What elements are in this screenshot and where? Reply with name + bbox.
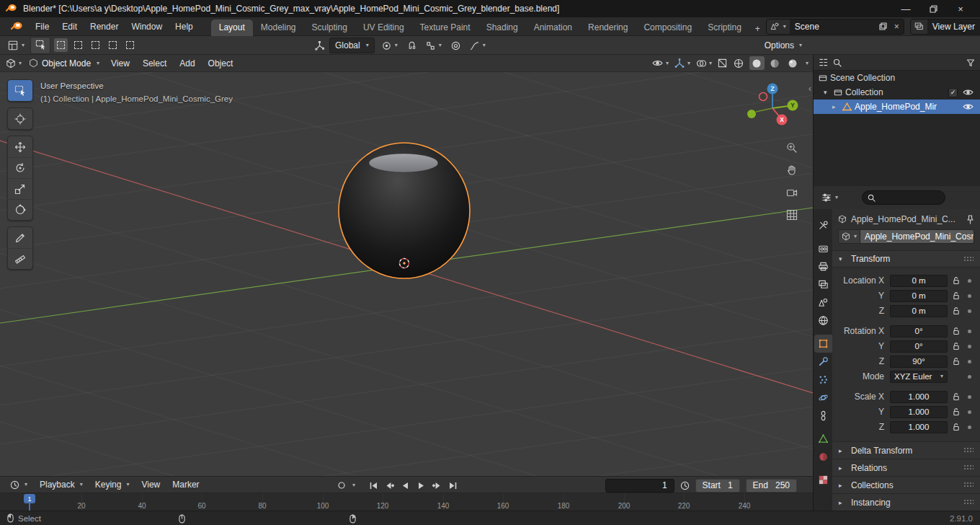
tab-object[interactable] bbox=[814, 335, 832, 353]
add-workspace-button[interactable]: + bbox=[749, 22, 766, 36]
pan-control[interactable] bbox=[785, 163, 799, 177]
shading-solid-button[interactable] bbox=[749, 56, 765, 70]
select-mode-extend-button[interactable] bbox=[71, 38, 85, 52]
snap-toggle-button[interactable] bbox=[405, 40, 419, 52]
animate-decorator[interactable] bbox=[968, 279, 971, 283]
view-layer-name[interactable]: View Layer bbox=[927, 22, 980, 32]
select-mode-set-button[interactable] bbox=[54, 38, 68, 52]
animate-decorator[interactable] bbox=[968, 360, 971, 363]
tool-scale[interactable] bbox=[8, 178, 32, 199]
panel-grip-handle[interactable] bbox=[963, 482, 974, 488]
snap-target-dropdown[interactable]: ▾ bbox=[424, 40, 444, 52]
lock-button[interactable] bbox=[952, 407, 961, 416]
rotation-mode-dropdown[interactable]: XYZ Euler ▾ bbox=[890, 371, 948, 383]
rotation-y-field[interactable]: 0° bbox=[890, 340, 948, 353]
playhead[interactable]: 1 bbox=[24, 494, 35, 503]
lock-button[interactable] bbox=[952, 327, 961, 335]
animate-decorator[interactable] bbox=[968, 375, 971, 379]
menu-file[interactable]: File bbox=[29, 19, 55, 34]
viewport-canvas[interactable]: User Perspective (1) Collection | Apple_… bbox=[0, 72, 813, 476]
shading-rendered-button[interactable] bbox=[785, 56, 801, 70]
properties-editor-type-button[interactable]: ▾ bbox=[819, 191, 840, 204]
shading-material-button[interactable] bbox=[767, 56, 783, 70]
start-frame-field[interactable]: Start 1 bbox=[695, 479, 740, 493]
section-instancing[interactable]: ▸ Instancing bbox=[832, 493, 980, 511]
panel-grip-handle[interactable] bbox=[963, 256, 974, 262]
panel-grip-handle[interactable] bbox=[963, 447, 974, 454]
next-keyframe-button[interactable] bbox=[430, 479, 444, 493]
rotation-z-field[interactable]: 90° bbox=[890, 356, 948, 368]
tool-measure[interactable] bbox=[8, 248, 32, 269]
object-id-browse-button[interactable]: ▾ bbox=[838, 229, 860, 244]
lock-button[interactable] bbox=[952, 423, 961, 431]
collection-checkbox[interactable]: ✓ bbox=[948, 88, 958, 97]
playback-menu[interactable]: Playback ▾ bbox=[34, 477, 89, 492]
menu-help[interactable]: Help bbox=[169, 19, 200, 34]
navigation-gizmo[interactable]: Z Y X bbox=[747, 82, 798, 134]
pivot-point-dropdown[interactable]: ▾ bbox=[380, 40, 400, 52]
mode-dropdown[interactable]: Object Mode ▾ bbox=[24, 57, 104, 70]
gizmo-minus-x-axis[interactable] bbox=[760, 93, 767, 101]
tab-rendering[interactable]: Rendering bbox=[580, 19, 636, 36]
tool-move[interactable] bbox=[8, 136, 32, 157]
proportional-editing-button[interactable] bbox=[449, 40, 463, 52]
collapse-arrow-icon[interactable]: ▾ bbox=[824, 89, 831, 96]
lock-button[interactable] bbox=[952, 306, 961, 315]
active-tool-button[interactable] bbox=[30, 37, 50, 54]
tab-uv-editing[interactable]: UV Editing bbox=[355, 19, 412, 36]
outliner-row-object[interactable]: ▸ Apple_HomePod_Mir bbox=[814, 100, 980, 114]
menu-add[interactable]: Add bbox=[174, 56, 200, 71]
select-mode-invert-button[interactable] bbox=[106, 38, 120, 52]
tab-particles[interactable] bbox=[814, 371, 832, 389]
location-x-field[interactable]: 0 m bbox=[890, 275, 948, 287]
tab-tool[interactable] bbox=[814, 216, 832, 234]
close-button[interactable]: × bbox=[947, 0, 974, 17]
tool-cursor[interactable] bbox=[8, 108, 32, 129]
animate-decorator[interactable] bbox=[968, 309, 971, 313]
transform-panel-header[interactable]: ▾ Transform bbox=[832, 250, 980, 268]
tab-layout[interactable]: Layout bbox=[211, 19, 253, 36]
tab-compositing[interactable]: Compositing bbox=[636, 19, 700, 36]
tab-scene[interactable] bbox=[814, 294, 832, 312]
outliner-filter-button[interactable] bbox=[966, 58, 975, 67]
perspective-toggle-control[interactable] bbox=[785, 208, 799, 222]
properties-search-input[interactable] bbox=[862, 190, 945, 205]
tab-material[interactable] bbox=[814, 448, 832, 466]
xray-toggle-button[interactable] bbox=[716, 57, 729, 69]
scene-unlink-button[interactable]: × bbox=[890, 22, 904, 32]
options-dropdown[interactable]: Options ▾ bbox=[765, 36, 802, 55]
menu-render[interactable]: Render bbox=[84, 19, 125, 34]
auto-keying-button[interactable] bbox=[334, 479, 348, 493]
transform-orientation-dropdown[interactable]: Global ▾ bbox=[329, 38, 375, 53]
select-mode-intersect-button[interactable] bbox=[123, 38, 137, 52]
tool-transform[interactable] bbox=[8, 199, 32, 220]
tab-render[interactable] bbox=[814, 239, 832, 257]
outliner-row-collection[interactable]: ▾ Collection ✓ bbox=[814, 85, 980, 100]
marker-menu[interactable]: Marker bbox=[166, 477, 205, 492]
play-button[interactable] bbox=[414, 479, 428, 493]
section-delta-transform[interactable]: ▸ Delta Transform bbox=[832, 441, 980, 459]
tab-scripting[interactable]: Scripting bbox=[700, 19, 749, 36]
keying-menu[interactable]: Keying ▾ bbox=[89, 477, 135, 492]
blender-menu-icon[interactable] bbox=[4, 19, 29, 35]
view-layer-browse-button[interactable] bbox=[911, 19, 927, 34]
object-visibility-dropdown[interactable]: ▾ bbox=[651, 58, 670, 69]
panel-grip-handle[interactable] bbox=[963, 499, 974, 506]
rotation-x-field[interactable]: 0° bbox=[890, 325, 948, 338]
tab-shading[interactable]: Shading bbox=[478, 19, 526, 36]
proportional-falloff-dropdown[interactable]: ▾ bbox=[468, 40, 488, 52]
menu-view[interactable]: View bbox=[105, 56, 135, 71]
menu-edit[interactable]: Edit bbox=[55, 19, 84, 34]
scale-y-field[interactable]: 1.000 bbox=[890, 406, 948, 418]
shading-wireframe-button[interactable] bbox=[731, 56, 747, 70]
animate-decorator[interactable] bbox=[968, 330, 971, 333]
end-frame-field[interactable]: End 250 bbox=[746, 479, 797, 493]
section-relations[interactable]: ▸ Relations bbox=[832, 459, 980, 476]
camera-view-control[interactable] bbox=[785, 185, 799, 200]
location-y-field[interactable]: 0 m bbox=[890, 290, 948, 302]
lock-button[interactable] bbox=[952, 342, 961, 350]
scene-new-button[interactable] bbox=[876, 22, 890, 30]
tab-physics[interactable] bbox=[814, 389, 832, 407]
lock-button[interactable] bbox=[952, 357, 961, 366]
scene-name[interactable]: Scene bbox=[790, 22, 876, 32]
